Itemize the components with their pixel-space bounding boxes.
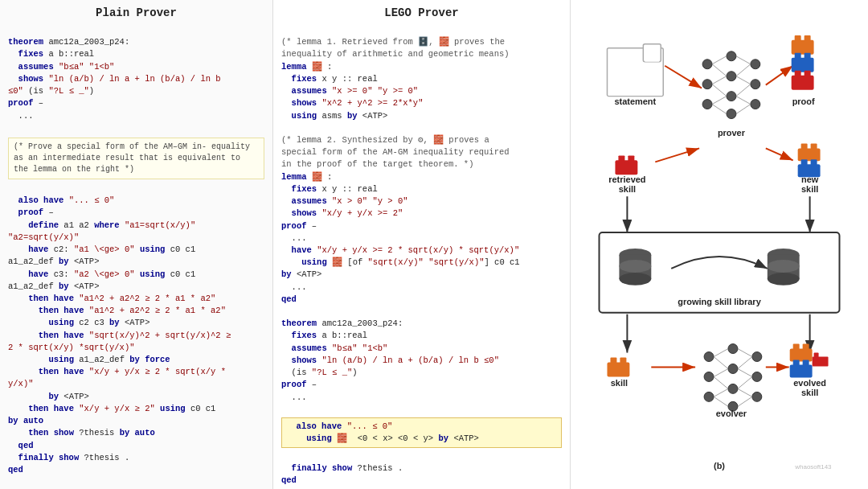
svg-point-8 [702,100,712,109]
svg-point-59 [704,392,714,401]
diagram-panel: statement [571,0,868,489]
svg-line-24 [736,76,751,84]
skill-library-label: growing skill library [678,297,761,306]
svg-point-15 [751,100,760,109]
db-icon-left [619,249,651,286]
prover-network [702,51,760,119]
diagram-svg: statement [579,8,860,481]
svg-rect-85 [813,357,829,367]
svg-rect-42 [811,143,817,150]
svg-point-64 [752,352,762,362]
svg-point-62 [728,384,738,393]
arrow-statement-prover [665,66,702,88]
svg-point-57 [704,352,714,362]
svg-rect-34 [792,76,814,90]
svg-rect-54 [607,363,629,377]
svg-line-73 [738,349,752,357]
svg-rect-35 [795,71,801,77]
svg-point-61 [728,364,738,373]
lego-end-code: finally show ?thesis . qed [281,450,562,489]
svg-point-12 [727,109,736,119]
svg-point-60 [728,344,738,354]
retrieved-skill-label2: skill [619,184,636,194]
svg-rect-38 [618,155,624,162]
svg-line-21 [712,105,727,114]
svg-rect-41 [801,143,808,150]
svg-point-65 [752,372,762,381]
svg-rect-55 [610,358,616,364]
svg-point-13 [751,60,760,69]
new-skill-label: new [801,175,819,184]
svg-rect-86 [814,353,819,358]
prover-label: prover [718,128,746,138]
lego-highlight-box: also have "... ≤ 0" using 🧱 <0 < x> <0 <… [281,417,562,448]
skill-label: skill [611,378,628,388]
svg-rect-39 [628,155,634,162]
svg-line-72 [714,397,728,406]
plain-prover-title: Plain Prover [8,6,264,19]
svg-rect-5 [645,48,659,62]
svg-rect-28 [792,40,814,55]
svg-line-19 [712,84,727,97]
evolved-skill-label2: skill [801,388,818,397]
svg-point-11 [727,92,736,101]
svg-rect-37 [615,160,637,175]
svg-line-67 [714,349,728,357]
lego-prover-code: (* lemma 1. Retrieved from 🗄️, 🧱 proves … [281,24,562,416]
svg-point-58 [704,372,714,381]
svg-line-70 [714,376,728,388]
svg-line-22 [736,56,751,64]
svg-point-6 [702,60,712,69]
svg-rect-79 [790,349,813,362]
svg-line-68 [714,357,728,369]
db-icon-right [768,249,800,286]
svg-rect-82 [790,364,813,377]
arrow-prover-new-skill [766,148,793,160]
lego-prover-panel: LEGO Prover (* lemma 1. Retrieved from 🗄… [273,0,571,489]
skill-brick [607,358,629,377]
svg-point-53 [768,260,800,273]
proof-bricks [792,35,814,90]
svg-line-69 [714,368,728,376]
svg-rect-33 [805,53,811,60]
svg-rect-44 [801,159,808,166]
svg-point-49 [619,260,651,273]
svg-rect-45 [811,159,817,166]
lego-prover-title: LEGO Prover [281,6,562,19]
plain-prover-comment1: (* Prove a special form of the AM–GM in-… [8,138,264,179]
new-skill-bricks [798,143,821,177]
svg-line-27 [736,105,751,114]
arrow-retrieved-prover [655,148,699,162]
svg-rect-31 [792,58,814,72]
svg-line-75 [738,368,752,376]
plain-prover-panel: Plain Prover theorem amc12a_2003_p24: fi… [0,0,273,489]
svg-point-52 [768,273,800,286]
svg-rect-81 [803,344,809,351]
svg-line-20 [712,97,727,105]
svg-point-9 [727,51,736,61]
svg-rect-40 [798,148,821,161]
evolver-network [704,344,762,412]
svg-rect-56 [620,358,626,364]
svg-rect-84 [803,360,809,367]
svg-point-66 [752,392,762,401]
svg-point-14 [751,80,760,89]
svg-rect-36 [805,71,811,77]
evolver-label: evolver [716,409,747,418]
proof-label: proof [792,97,815,106]
svg-line-23 [736,64,751,76]
diagram-label: (b) [714,461,725,471]
svg-line-18 [712,76,727,84]
svg-line-26 [736,97,751,105]
evolved-skill-label: evolved [793,378,826,388]
svg-point-10 [727,72,736,81]
arrow-prover-proof [766,66,793,85]
evolved-skill-bricks [790,344,829,378]
svg-point-7 [702,80,712,89]
svg-rect-80 [793,344,800,351]
svg-rect-30 [805,35,811,42]
svg-line-74 [738,357,752,369]
svg-point-48 [619,273,651,286]
watermark: whaosoft143 [794,463,832,471]
svg-line-77 [738,388,752,397]
